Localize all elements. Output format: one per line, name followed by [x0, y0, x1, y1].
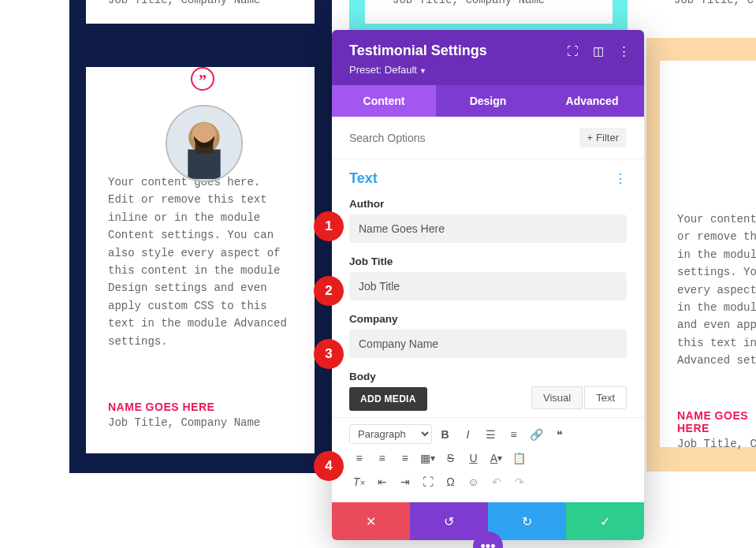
- author-name: NAME GOES HERE: [677, 409, 756, 434]
- annotation-marker-3: 3: [314, 339, 344, 369]
- table-icon[interactable]: ▦▾: [418, 449, 438, 468]
- tab-content[interactable]: Content: [332, 85, 436, 117]
- testimonial-body-right: Your content or remove th in the modul s…: [660, 61, 756, 447]
- redo-icon[interactable]: ↷: [509, 472, 529, 491]
- paste-icon[interactable]: 📋: [509, 449, 529, 468]
- section-menu-icon[interactable]: ⋮: [614, 171, 627, 186]
- svg-rect-2: [188, 150, 220, 180]
- tab-design[interactable]: Design: [436, 85, 540, 117]
- editor-toolbar: Paragraph B I ☰ ≡ 🔗 ❝ ≡ ≡ ≡ ▦▾ S U A▾ 📋 …: [332, 417, 644, 502]
- author-input[interactable]: [349, 214, 627, 243]
- search-row: +Filter: [332, 117, 644, 159]
- card-footer-top-right: NAME GOES HERE Job Title, C: [674, 0, 756, 24]
- annotation-marker-2: 2: [314, 276, 344, 306]
- expand-icon[interactable]: ⛶: [567, 44, 579, 58]
- underline-icon[interactable]: U: [464, 449, 483, 468]
- company-input[interactable]: [349, 330, 627, 358]
- testimonial-text: Your content goes here. Edit or remove t…: [108, 173, 292, 350]
- editor-tab-text[interactable]: Text: [584, 386, 627, 409]
- cancel-button[interactable]: ✕: [332, 502, 410, 540]
- align-right-icon[interactable]: ≡: [395, 449, 415, 468]
- clear-format-icon[interactable]: T×: [349, 472, 369, 491]
- special-char-icon[interactable]: Ω: [441, 472, 460, 491]
- card-footer-top-left: NAME GOES HERE Job Title, Company Name: [86, 0, 315, 24]
- bullet-list-icon[interactable]: ☰: [481, 425, 501, 444]
- undo-button[interactable]: ↺: [410, 502, 488, 540]
- fullscreen-icon[interactable]: ⛶: [418, 472, 438, 491]
- section-header: Text ⋮: [332, 159, 644, 192]
- field-label-job: Job Title: [349, 255, 627, 267]
- author-meta: Job Title, C: [674, 0, 756, 6]
- quote-format-icon[interactable]: ❝: [549, 425, 569, 444]
- panel-header[interactable]: Testimonial Settings Preset: Default▼ ⛶ …: [332, 30, 644, 85]
- emoji-icon[interactable]: ☺: [464, 472, 483, 491]
- preset-dropdown[interactable]: Preset: Default▼: [349, 64, 627, 76]
- add-media-button[interactable]: ADD MEDIA: [349, 387, 427, 411]
- columns-icon[interactable]: ◫: [593, 44, 604, 58]
- italic-icon[interactable]: I: [458, 425, 478, 444]
- section-title: Text: [349, 170, 378, 187]
- filter-button[interactable]: +Filter: [579, 128, 627, 147]
- paragraph-select[interactable]: Paragraph: [349, 424, 432, 444]
- link-icon[interactable]: 🔗: [527, 425, 546, 444]
- field-label-body: Body: [349, 371, 627, 382]
- kebab-menu-icon[interactable]: ⋮: [618, 44, 630, 58]
- field-label-company: Company: [349, 313, 627, 325]
- annotation-marker-1: 1: [314, 211, 344, 241]
- annotation-marker-4: 4: [314, 451, 344, 481]
- align-center-icon[interactable]: ≡: [372, 449, 392, 468]
- strike-icon[interactable]: S: [441, 449, 460, 468]
- field-label-author: Author: [349, 198, 627, 210]
- avatar: [166, 105, 243, 182]
- testimonial-text: Your content or remove th in the modul s…: [677, 211, 756, 370]
- author-meta: Job Title, Company Name: [108, 0, 292, 6]
- undo-icon[interactable]: ↶: [486, 472, 506, 491]
- save-button[interactable]: ✓: [566, 502, 644, 540]
- author-name: NAME GOES HERE: [108, 401, 292, 413]
- job-title-input[interactable]: [349, 272, 627, 300]
- outdent-icon[interactable]: ⇤: [372, 472, 392, 491]
- author-meta: Job Title, Company Name: [108, 416, 292, 429]
- text-color-icon[interactable]: A▾: [486, 449, 506, 468]
- redo-button[interactable]: ↻: [488, 502, 566, 540]
- settings-panel: Testimonial Settings Preset: Default▼ ⛶ …: [332, 30, 644, 540]
- number-list-icon[interactable]: ≡: [504, 425, 523, 444]
- align-left-icon[interactable]: ≡: [349, 449, 369, 468]
- caret-down-icon: ▼: [419, 67, 426, 75]
- indent-icon[interactable]: ⇥: [395, 472, 415, 491]
- bold-icon[interactable]: B: [435, 425, 455, 444]
- editor-tab-visual[interactable]: Visual: [531, 386, 583, 409]
- panel-tabs: Content Design Advanced: [332, 85, 644, 117]
- tab-advanced[interactable]: Advanced: [540, 85, 644, 117]
- search-input[interactable]: [349, 132, 579, 144]
- author-meta: Job Title, Company Name: [393, 0, 585, 6]
- card-footer-top-mid: NAME GOES HERE Job Title, Company Name: [365, 0, 613, 24]
- author-meta: Job Title, C: [677, 438, 756, 450]
- quote-icon: ”: [191, 67, 214, 91]
- plus-icon: +: [587, 132, 594, 144]
